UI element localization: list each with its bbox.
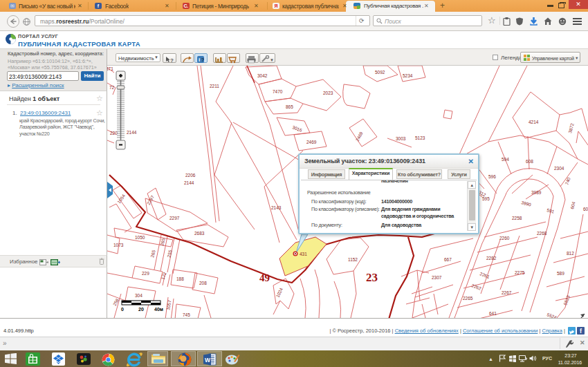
svg-text:2265: 2265: [463, 296, 473, 301]
svg-text:604: 604: [569, 201, 576, 210]
svg-text:i: i: [199, 57, 200, 63]
svg-text:7470: 7470: [273, 89, 283, 94]
svg-text:172: 172: [160, 271, 167, 280]
svg-text:3016: 3016: [292, 124, 303, 133]
svg-text:5523: 5523: [562, 294, 571, 305]
svg-text:812: 812: [567, 251, 574, 256]
svg-text:4214: 4214: [529, 120, 539, 124]
svg-text:265: 265: [159, 238, 166, 247]
svg-text:?: ?: [170, 57, 174, 64]
svg-text:2275: 2275: [515, 270, 525, 275]
svg-text:▼: ▼: [270, 58, 274, 62]
svg-text:2206: 2206: [185, 173, 196, 178]
svg-text:608: 608: [526, 159, 533, 164]
svg-text:1050: 1050: [135, 235, 145, 240]
svg-text:2260: 2260: [499, 236, 510, 241]
svg-text:2258: 2258: [512, 216, 522, 220]
svg-text:40м: 40м: [154, 307, 163, 312]
svg-text:641: 641: [489, 311, 497, 316]
svg-text:?: ?: [201, 57, 204, 62]
svg-text:1057: 1057: [165, 299, 172, 310]
svg-text:591: 591: [546, 207, 555, 214]
svg-text:208: 208: [199, 281, 207, 285]
svg-text:2469: 2469: [355, 131, 364, 142]
svg-text:49: 49: [259, 272, 270, 283]
svg-text:2144: 2144: [127, 130, 137, 135]
svg-text:255: 255: [166, 250, 173, 258]
svg-text:596: 596: [488, 174, 496, 179]
svg-text:2297: 2297: [169, 216, 180, 220]
svg-text:2282: 2282: [486, 256, 497, 261]
svg-text:595: 595: [482, 196, 490, 201]
svg-text:2023: 2023: [323, 91, 333, 95]
svg-text:2211: 2211: [210, 84, 219, 88]
svg-text:3042: 3042: [257, 73, 268, 78]
svg-text:2143: 2143: [271, 205, 282, 210]
svg-text:W: W: [205, 356, 211, 363]
svg-text:188: 188: [176, 276, 184, 281]
svg-text:265: 265: [149, 250, 156, 258]
svg-text:5524: 5524: [546, 312, 558, 318]
svg-text:229: 229: [142, 271, 149, 276]
svg-text:20: 20: [138, 307, 144, 312]
svg-text:1073: 1073: [113, 243, 124, 247]
svg-text:23: 23: [366, 271, 378, 284]
svg-text:740: 740: [564, 176, 571, 185]
svg-text:2683: 2683: [194, 231, 205, 236]
svg-text:72: 72: [109, 85, 115, 90]
svg-text:3872: 3872: [567, 122, 575, 133]
svg-text:60: 60: [583, 207, 588, 211]
svg-text:5234: 5234: [403, 73, 413, 78]
svg-text:220: 220: [110, 131, 118, 135]
svg-text:865: 865: [286, 104, 293, 109]
svg-text:594: 594: [502, 157, 509, 162]
svg-text:1024: 1024: [275, 287, 284, 298]
svg-text:2307: 2307: [432, 275, 442, 280]
svg-text:2304: 2304: [554, 166, 564, 171]
svg-text:371: 371: [107, 66, 113, 71]
svg-text:589: 589: [557, 271, 564, 276]
svg-text:667: 667: [444, 257, 452, 262]
svg-text:1054: 1054: [116, 193, 126, 204]
svg-text:745: 745: [183, 312, 190, 317]
svg-text:0: 0: [121, 307, 124, 312]
svg-text:1152: 1152: [348, 257, 358, 262]
svg-text:3989: 3989: [531, 190, 542, 195]
svg-text:5092: 5092: [375, 70, 385, 75]
svg-text:5123: 5123: [415, 135, 425, 140]
svg-text:3990: 3990: [521, 200, 532, 207]
svg-text:2144: 2144: [184, 180, 194, 185]
svg-text:431: 431: [300, 252, 307, 256]
svg-text:2297: 2297: [146, 194, 155, 205]
svg-text:2268: 2268: [537, 231, 547, 236]
svg-text:3003: 3003: [396, 136, 406, 141]
svg-text:2267: 2267: [502, 290, 512, 295]
svg-text:2469: 2469: [306, 140, 317, 144]
svg-text:304: 304: [135, 293, 143, 298]
